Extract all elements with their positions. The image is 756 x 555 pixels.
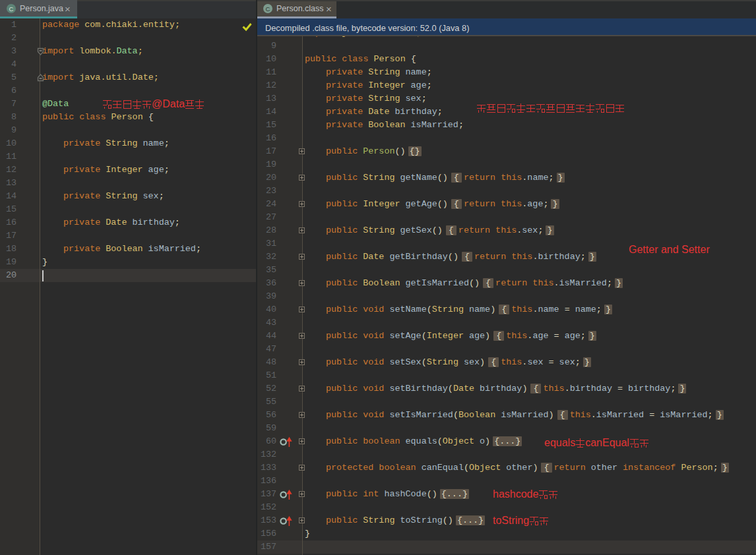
svg-text:C: C xyxy=(9,5,14,13)
svg-text:C: C xyxy=(266,5,270,13)
